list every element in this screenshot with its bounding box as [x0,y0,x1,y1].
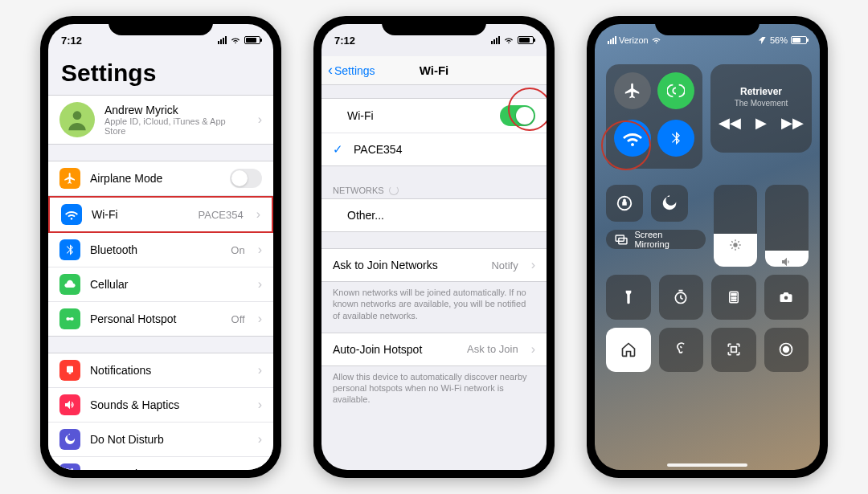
cellular-row[interactable]: Cellular › [48,267,273,302]
wifi-row[interactable]: Wi-Fi PACE354 › [48,196,273,233]
wifi-toggle-row[interactable]: Wi-Fi [321,99,547,133]
other-network-row[interactable]: Other... [321,199,547,231]
profile-name: Andrew Myrick [104,104,245,116]
music-controls: ◀◀ ▶ ▶▶ [719,114,804,132]
connected-name: PACE354 [354,143,535,156]
wifi-icon [503,36,514,44]
wifi-toggle[interactable] [614,120,651,157]
timer-tile[interactable] [659,275,704,320]
wifi-switch[interactable] [500,105,535,126]
calculator-tile[interactable] [711,275,756,320]
battery-icon [518,36,534,44]
screentime-label: Screen Time [90,467,245,470]
scan-tile[interactable] [711,328,756,373]
mirror-label: Screen Mirroring [634,230,698,249]
orientation-lock[interactable] [606,185,643,222]
music-artist: The Movement [735,99,788,108]
notifications-icon [59,360,80,381]
nav-title: Wi-Fi [420,63,449,77]
chevron-icon: › [258,112,262,127]
bluetooth-icon [59,239,80,260]
ask-join-row[interactable]: Ask to Join Networks Notify › [321,249,547,281]
phone-wifi: 7:12 ‹ Settings Wi-Fi Wi-Fi ✓ PACE [313,16,555,478]
music-panel[interactable]: Retriever The Movement ◀◀ ▶ ▶▶ [710,64,812,153]
notifications-label: Notifications [90,364,245,377]
screen-settings: 7:12 Settings Andrew Myrick Apple ID, iC… [48,24,273,470]
back-button[interactable]: ‹ Settings [328,62,375,79]
svg-point-16 [733,243,737,247]
bluetooth-label: Bluetooth [90,243,221,256]
bluetooth-toggle[interactable] [657,120,694,157]
play-icon[interactable]: ▶ [755,114,767,132]
avatar [59,102,95,137]
cellular-label: Cellular [90,278,245,291]
airplane-switch[interactable] [230,169,262,188]
flashlight-tile[interactable] [606,275,651,320]
chevron-icon: › [258,467,262,470]
sounds-row[interactable]: Sounds & Haptics › [48,388,273,423]
svg-point-23 [731,300,733,301]
ask-join-value: Notify [491,259,518,271]
cellular-icon [59,274,80,295]
bluetooth-value: On [231,244,244,256]
auto-hotspot-row[interactable]: Auto-Join Hotspot Ask to Join › [321,333,547,365]
screen-mirroring[interactable]: Screen Mirroring [606,230,706,249]
chevron-icon: › [258,312,262,326]
dnd-toggle[interactable] [651,185,688,222]
carrier-label: Verizon [619,35,649,45]
svg-point-25 [735,300,736,301]
connected-network-row[interactable]: ✓ PACE354 [321,133,547,165]
status-time: 7:12 [334,35,355,47]
connectivity-panel[interactable] [606,64,702,169]
chevron-icon: › [531,258,535,272]
svg-rect-4 [67,366,73,373]
spinner-icon [389,186,399,195]
chevron-icon: › [258,243,262,257]
bluetooth-row[interactable]: Bluetooth On › [48,233,273,267]
screen-wifi: 7:12 ‹ Settings Wi-Fi Wi-Fi ✓ PACE [321,24,547,470]
chevron-icon: › [258,277,262,292]
record-tile[interactable] [764,328,809,373]
profile-row[interactable]: Andrew Myrick Apple ID, iCloud, iTunes &… [48,96,273,144]
wifi-icon [651,36,661,44]
notch [108,16,213,35]
status-time: 7:12 [61,35,82,47]
svg-point-0 [73,111,82,120]
svg-point-21 [733,297,735,299]
svg-rect-6 [67,468,69,470]
volume-slider[interactable] [765,185,809,267]
wifi-toggle-group: Wi-Fi ✓ PACE354 [321,98,547,166]
airplane-toggle[interactable] [614,72,651,109]
chevron-icon: › [258,398,262,412]
home-indicator[interactable] [667,463,747,467]
notifications-row[interactable]: Notifications › [48,353,273,388]
camera-tile[interactable] [764,275,809,320]
hearing-tile[interactable] [659,328,704,373]
back-label: Settings [334,64,375,77]
battery-icon [244,36,260,44]
screen-control-center: Verizon 56% [595,24,820,470]
dnd-row[interactable]: Do Not Disturb › [48,423,273,457]
cellular-toggle[interactable] [657,72,694,109]
hotspot-row[interactable]: Personal Hotspot Off › [48,302,273,336]
svg-point-24 [733,300,735,301]
status-right [491,36,534,44]
dnd-icon [59,429,80,450]
svg-point-20 [731,297,733,299]
hotspot-icon [59,308,80,329]
brightness-slider[interactable] [714,185,757,267]
hotspot-value: Off [231,313,245,325]
nav-bar: ‹ Settings Wi-Fi [321,56,547,85]
screentime-row[interactable]: Screen Time › [48,457,273,470]
airplane-row[interactable]: Airplane Mode [48,161,273,196]
next-icon[interactable]: ▶▶ [781,114,804,132]
auto-hotspot-group: Auto-Join Hotspot Ask to Join › [321,333,547,366]
phone-settings: 7:12 Settings Andrew Myrick Apple ID, iC… [40,16,281,478]
networks-header: NETWORKS [321,182,547,198]
profile-group: Andrew Myrick Apple ID, iCloud, iTunes &… [48,95,273,145]
home-tile[interactable] [606,328,651,373]
battery-icon [791,36,807,44]
sounds-label: Sounds & Haptics [90,398,245,411]
prev-icon[interactable]: ◀◀ [719,114,741,132]
auto-hotspot-label: Auto-Join Hotspot [333,343,457,356]
